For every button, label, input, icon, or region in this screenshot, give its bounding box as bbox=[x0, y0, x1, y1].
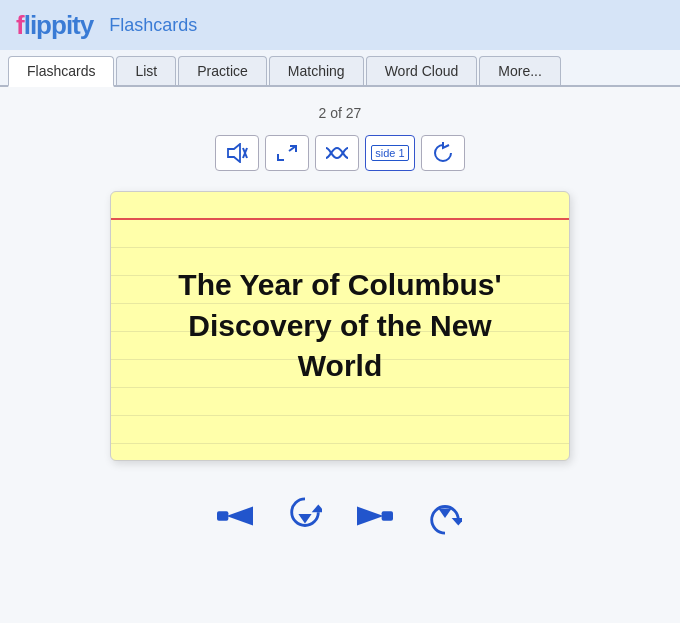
shuffle-button[interactable] bbox=[315, 135, 359, 171]
flashcard-text: The Year of Columbus' Discovery of the N… bbox=[111, 235, 569, 417]
next-button[interactable] bbox=[352, 493, 398, 539]
flip-down-icon bbox=[288, 497, 322, 535]
shuffle-icon bbox=[324, 142, 350, 164]
svg-marker-12 bbox=[452, 518, 462, 526]
header: flippity Flashcards bbox=[0, 0, 680, 50]
flip-up-icon bbox=[428, 497, 462, 535]
prev-icon bbox=[217, 501, 253, 531]
flashcard[interactable]: The Year of Columbus' Discovery of the N… bbox=[110, 191, 570, 461]
nav-row bbox=[212, 493, 468, 539]
svg-rect-6 bbox=[217, 511, 228, 520]
mute-button[interactable] bbox=[215, 135, 259, 171]
mute-icon bbox=[226, 143, 248, 163]
tab-list[interactable]: List bbox=[116, 56, 176, 85]
svg-marker-5 bbox=[226, 507, 253, 526]
logo[interactable]: flippity bbox=[16, 10, 93, 41]
prev-button[interactable] bbox=[212, 493, 258, 539]
side-label-text: side 1 bbox=[371, 145, 408, 161]
fullscreen-button[interactable] bbox=[265, 135, 309, 171]
rotate-button[interactable] bbox=[421, 135, 465, 171]
svg-marker-9 bbox=[357, 507, 384, 526]
flip-up-button[interactable] bbox=[422, 493, 468, 539]
svg-marker-0 bbox=[228, 144, 240, 162]
header-title: Flashcards bbox=[109, 15, 197, 36]
tab-matching[interactable]: Matching bbox=[269, 56, 364, 85]
svg-marker-11 bbox=[438, 508, 451, 518]
controls-row: side 1 bbox=[215, 135, 465, 171]
tab-wordcloud[interactable]: Word Cloud bbox=[366, 56, 478, 85]
tab-more[interactable]: More... bbox=[479, 56, 561, 85]
rotate-icon bbox=[432, 142, 454, 164]
svg-marker-7 bbox=[298, 514, 311, 524]
card-counter: 2 of 27 bbox=[319, 105, 362, 121]
tab-bar: Flashcards List Practice Matching Word C… bbox=[0, 50, 680, 87]
main-content: 2 of 27 s bbox=[0, 87, 680, 623]
next-icon bbox=[357, 501, 393, 531]
svg-rect-10 bbox=[382, 511, 393, 520]
svg-marker-8 bbox=[312, 505, 322, 513]
side-button[interactable]: side 1 bbox=[365, 135, 415, 171]
tab-practice[interactable]: Practice bbox=[178, 56, 267, 85]
fullscreen-icon bbox=[276, 143, 298, 163]
tab-flashcards[interactable]: Flashcards bbox=[8, 56, 114, 87]
flip-down-button[interactable] bbox=[282, 493, 328, 539]
card-redline bbox=[111, 218, 569, 220]
